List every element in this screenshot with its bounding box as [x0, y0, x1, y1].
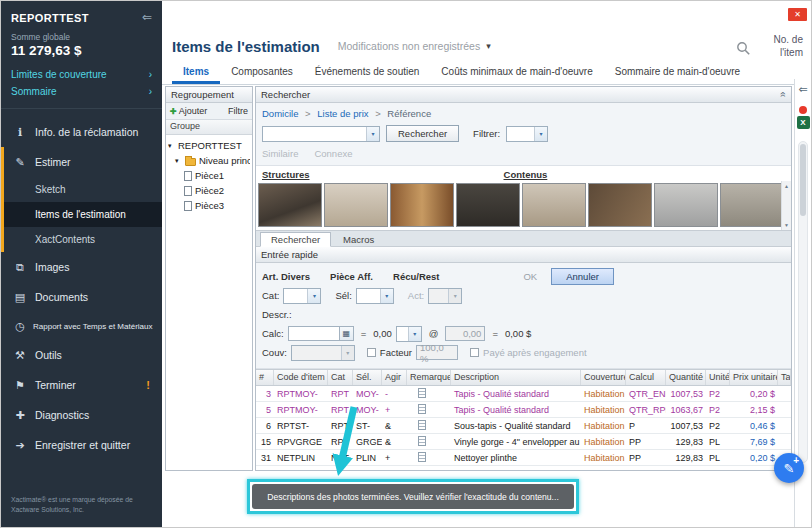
factor-checkbox[interactable] — [367, 348, 376, 357]
scroll-up-icon[interactable]: ▲ — [784, 183, 789, 189]
expander-icon[interactable]: ▾ — [168, 142, 175, 150]
cancel-button[interactable]: Annuler — [551, 268, 614, 285]
col-unit[interactable]: Unité — [706, 370, 730, 385]
sidebar-link-coverage-limits[interactable]: Limites de couverture › — [1, 66, 162, 83]
add-item-fab[interactable]: ✎ + — [774, 453, 804, 483]
combo-arrow-icon[interactable]: ▾ — [341, 346, 354, 360]
sidebar-item-documents[interactable]: ▤ Documents — [1, 282, 162, 312]
table-row[interactable]: 5 RPTMOY- RPT MOY- + Tapis - Qualité sta… — [256, 402, 791, 418]
combo-arrow-icon[interactable]: ▾ — [307, 289, 320, 303]
thumbnail-image[interactable] — [390, 183, 454, 227]
tree-item-piece2[interactable]: Pièce2 — [168, 183, 250, 198]
col-code[interactable]: Code d'item — [274, 370, 328, 385]
tab-components[interactable]: Composantes — [220, 59, 304, 84]
col-num[interactable]: # — [256, 370, 274, 385]
search-button[interactable]: Rechercher — [386, 125, 459, 142]
misc-items-button[interactable]: Art. Divers — [262, 271, 310, 282]
subtab-macros[interactable]: Macros — [333, 233, 384, 246]
ok-button[interactable]: OK — [523, 271, 537, 282]
close-window-button[interactable]: ✕ — [788, 8, 807, 21]
sidebar-link-summary[interactable]: Sommaire › — [1, 83, 162, 100]
coverage-select[interactable]: ▾ — [291, 345, 355, 361]
tree-item-main-level[interactable]: ▾ Niveau princ — [168, 153, 250, 168]
search-input[interactable]: ▾ — [262, 126, 380, 142]
col-calc[interactable]: Calcul — [626, 370, 666, 385]
thumbnail-image[interactable] — [258, 183, 322, 227]
sidebar-item-time-materials-report[interactable]: ◷ Rapport avec Temps et Matériaux — [1, 312, 162, 340]
thumbnail-image[interactable] — [588, 183, 652, 227]
structures-label[interactable]: Structures — [262, 169, 310, 180]
subtab-search[interactable]: Rechercher — [260, 232, 331, 247]
search-icon[interactable] — [736, 41, 751, 58]
add-group-button[interactable]: ✚ Ajouter — [170, 106, 207, 116]
combo-arrow-icon[interactable]: ▾ — [408, 327, 421, 341]
tab-labor-summary[interactable]: Sommaire de main-d'oeuvre — [604, 59, 751, 84]
scroll-down-icon[interactable]: ▼ — [784, 222, 789, 228]
sidebar-item-tools[interactable]: ⚒ Outils — [1, 340, 162, 370]
col-coverage[interactable]: Couverture — [581, 370, 626, 385]
sidebar-item-diagnostics[interactable]: ✚ Diagnostics — [1, 400, 162, 430]
col-cat[interactable]: Cat — [328, 370, 353, 385]
breadcrumb-price-list[interactable]: Liste de prix — [317, 108, 368, 119]
col-sel[interactable]: Sél. — [353, 370, 382, 385]
filter-button[interactable]: Filtre — [228, 106, 248, 116]
act-select[interactable]: ▾ — [428, 288, 462, 304]
paid-checkbox[interactable] — [470, 348, 479, 357]
tree-item-piece3[interactable]: Pièce3 — [168, 198, 250, 213]
contents-label[interactable]: Contenus — [504, 169, 548, 180]
combo-arrow-icon[interactable]: ▾ — [534, 127, 547, 141]
note-icon[interactable] — [418, 452, 426, 462]
grid-icon[interactable]: ▦ — [340, 326, 354, 341]
tab-support-events[interactable]: Événements de soutien — [304, 59, 431, 84]
related-link[interactable]: Connexe — [314, 148, 352, 159]
thumbnail-image[interactable] — [456, 183, 520, 227]
filter-select[interactable]: ▾ — [506, 126, 548, 142]
group-column-header[interactable]: Groupe — [166, 120, 252, 135]
collapse-section-icon[interactable]: » — [778, 92, 789, 98]
calc-input[interactable] — [288, 326, 340, 341]
collapse-sidebar-icon[interactable]: ⇐ — [142, 12, 152, 22]
table-row[interactable]: Habitation 1 1 10,26 $ — [256, 466, 791, 471]
sidebar-item-claim-info[interactable]: ℹ Info. de la réclamation — [1, 117, 162, 147]
vertical-scrollbar[interactable] — [798, 141, 808, 463]
similar-link[interactable]: Similaire — [262, 148, 298, 159]
tree-item-piece1[interactable]: Pièce1 — [168, 168, 250, 183]
tab-min-labor-costs[interactable]: Coûts minimaux de main-d'oeuvre — [430, 59, 603, 84]
tab-items[interactable]: Items — [172, 59, 220, 84]
table-row[interactable]: 31 NETPLIN NET PLIN + Nettoyer plinthe H… — [256, 450, 791, 466]
sidebar-item-finish[interactable]: ⚑ Terminer ! — [1, 370, 162, 400]
rate-input[interactable]: 0,00 — [445, 326, 485, 341]
thumbnail-scrollbar[interactable]: ▲ ▼ — [781, 181, 791, 230]
cat-select[interactable]: ▾ — [283, 288, 321, 304]
note-icon[interactable] — [418, 420, 426, 430]
sidebar-item-sketch[interactable]: Sketch — [4, 177, 162, 202]
unsaved-changes-status[interactable]: Modifications non enregistrées ▾ — [338, 40, 491, 52]
table-row[interactable]: 15 RPVGRGE RPV GRGE & Vinyle gorge - 4" … — [256, 434, 791, 450]
table-row[interactable]: 6 RPTST- RPT ST- & Sous-tapis - Qualité … — [256, 418, 791, 434]
recu-rest-button[interactable]: Récu/Rest — [393, 271, 439, 282]
note-icon[interactable] — [418, 436, 426, 446]
thumbnail-image[interactable] — [720, 183, 784, 227]
thumbnail-image[interactable] — [654, 183, 718, 227]
sidebar-item-estimate-items[interactable]: Items de l'estimation — [4, 202, 162, 227]
note-icon[interactable] — [418, 404, 426, 414]
col-tax[interactable]: Taxe — [778, 370, 791, 385]
thumbnail-image[interactable] — [522, 183, 586, 227]
scrollbar-thumb[interactable] — [800, 144, 806, 216]
col-remarks[interactable]: Remarques — [407, 370, 451, 385]
combo-arrow-icon[interactable]: ▾ — [380, 289, 393, 303]
table-row[interactable]: 3 RPTMOY- RPT MOY- - Tapis - Qualité sta… — [256, 386, 791, 402]
sidebar-item-xactcontents[interactable]: XactContents — [4, 227, 162, 252]
col-unit-price[interactable]: Prix unitaire — [730, 370, 778, 385]
expander-icon[interactable]: ▾ — [175, 157, 182, 165]
factor-input[interactable]: 100,0 % — [416, 345, 458, 360]
col-act[interactable]: Agir — [382, 370, 407, 385]
sidebar-item-save-quit[interactable]: ➔ Enregistrer et quitter — [1, 430, 162, 460]
sidebar-item-estimate[interactable]: ✎ Estimer — [4, 147, 162, 177]
excel-export-icon[interactable]: X — [797, 116, 810, 129]
thumbnail-image[interactable] — [324, 183, 388, 227]
tree-item-reporttest[interactable]: ▾ REPORTTEST — [168, 138, 250, 153]
combo-arrow-icon[interactable]: ▾ — [448, 289, 461, 303]
collapse-right-panel-icon[interactable]: ⇐ — [795, 83, 811, 96]
calc-unit-select[interactable]: ▾ — [396, 326, 422, 342]
